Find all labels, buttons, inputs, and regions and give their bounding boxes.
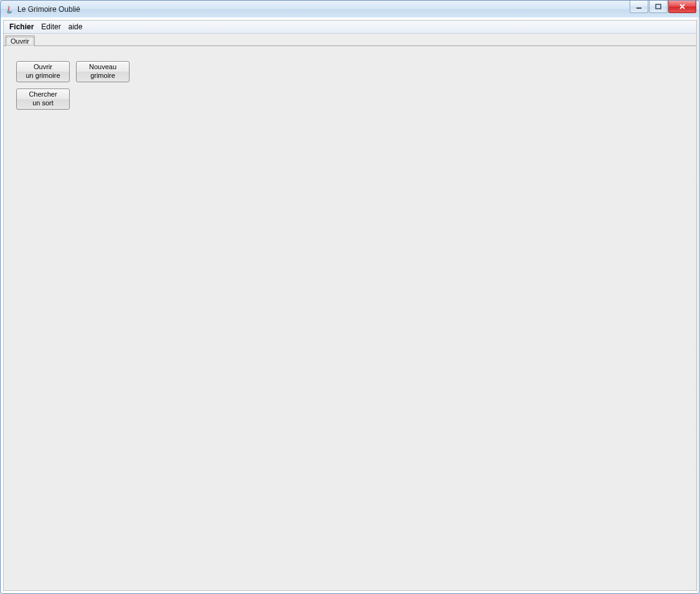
button-label-line: grimoire bbox=[90, 72, 115, 80]
button-row-2: Chercher un sort bbox=[16, 89, 684, 110]
button-label-line: un grimoire bbox=[26, 72, 60, 80]
close-button[interactable] bbox=[668, 1, 696, 13]
new-grimoire-button[interactable]: Nouveau grimoire bbox=[76, 61, 130, 82]
tab-bar: Ouvrir bbox=[4, 34, 696, 46]
content-area: Ouvrir un grimoire Nouveau grimoire Cher… bbox=[4, 46, 696, 590]
menubar: Fichier Editer aide bbox=[4, 21, 696, 34]
button-row-1: Ouvrir un grimoire Nouveau grimoire bbox=[16, 61, 684, 82]
button-label-line: Ouvrir bbox=[34, 63, 52, 72]
inner-panel: Fichier Editer aide Ouvrir Ouvrir un gri… bbox=[3, 20, 697, 591]
open-grimoire-button[interactable]: Ouvrir un grimoire bbox=[16, 61, 70, 82]
tab-ouvrir[interactable]: Ouvrir bbox=[5, 36, 35, 47]
button-label-line: Chercher bbox=[29, 90, 57, 99]
window-frame: Fichier Editer aide Ouvrir Ouvrir un gri… bbox=[0, 17, 700, 594]
button-label-line: Nouveau bbox=[89, 63, 116, 72]
window-controls bbox=[630, 1, 699, 13]
titlebar: Le Grimoire Oublié bbox=[0, 0, 700, 17]
menu-fichier[interactable]: Fichier bbox=[6, 21, 37, 32]
svg-rect-2 bbox=[636, 7, 641, 9]
search-spell-button[interactable]: Chercher un sort bbox=[16, 89, 70, 110]
button-label-line: un sort bbox=[32, 99, 54, 108]
window-title: Le Grimoire Oublié bbox=[17, 5, 80, 14]
menu-editer[interactable]: Editer bbox=[37, 21, 64, 32]
minimize-button[interactable] bbox=[630, 1, 648, 13]
maximize-button[interactable] bbox=[649, 1, 668, 13]
svg-rect-3 bbox=[656, 4, 661, 9]
menu-aide[interactable]: aide bbox=[65, 21, 87, 32]
java-app-icon bbox=[4, 4, 14, 14]
